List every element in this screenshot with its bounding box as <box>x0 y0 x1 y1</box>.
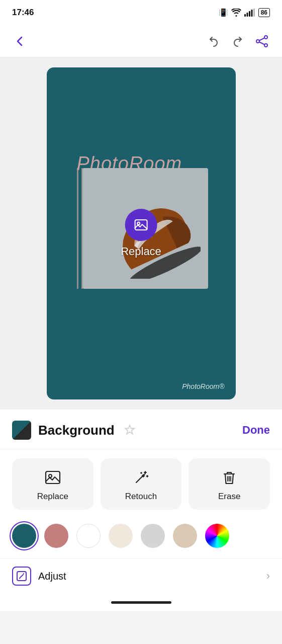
decorative-lines <box>77 168 83 289</box>
top-navigation <box>0 25 282 57</box>
undo-button[interactable] <box>204 31 224 51</box>
bottom-panel: Background Done Replace <box>0 410 282 594</box>
background-title: Background <box>38 423 115 438</box>
wifi-icon <box>231 9 241 17</box>
color-swatch-cream[interactable] <box>109 524 133 548</box>
retouch-button[interactable]: Retouch <box>101 458 182 510</box>
replace-button[interactable]: Replace <box>12 458 93 510</box>
svg-rect-3 <box>251 10 252 17</box>
erase-button-label: Erase <box>218 492 240 502</box>
color-swatch-light-gray[interactable] <box>141 524 165 548</box>
svg-rect-13 <box>46 471 60 484</box>
svg-point-5 <box>264 36 267 39</box>
bg-header-left: Background <box>12 421 138 440</box>
vibrate-icon: 📳 <box>219 8 228 17</box>
adjust-icon <box>12 567 31 586</box>
retouch-icon <box>132 468 150 487</box>
adjust-label: Adjust <box>38 571 66 582</box>
status-bar: 17:46 📳 86 <box>0 0 282 25</box>
action-buttons-row: Replace Retouch <box>0 449 282 519</box>
home-indicator <box>0 594 282 611</box>
favorite-button[interactable] <box>122 422 138 438</box>
retouch-button-label: Retouch <box>125 492 157 502</box>
color-swatch-white[interactable] <box>76 524 101 548</box>
replace-circle-icon <box>125 209 157 241</box>
replace-label: Replace <box>121 245 161 258</box>
redo-button[interactable] <box>228 31 248 51</box>
svg-point-14 <box>49 474 52 477</box>
svg-rect-1 <box>246 13 248 17</box>
svg-point-6 <box>264 44 267 47</box>
nav-right-actions <box>204 31 272 51</box>
signal-icon <box>244 9 255 17</box>
chevron-right-icon: › <box>266 570 270 583</box>
share-button[interactable] <box>252 31 272 51</box>
color-swatch-dusty-rose[interactable] <box>44 524 68 548</box>
replace-button-label: Replace <box>37 492 68 502</box>
svg-point-7 <box>256 40 259 43</box>
replace-icon <box>44 468 62 487</box>
replace-overlay[interactable]: Replace <box>121 209 161 258</box>
status-icons: 📳 86 <box>219 8 270 17</box>
canvas-card: PhotoRoom <box>47 67 236 399</box>
adjust-left: Adjust <box>12 567 66 586</box>
svg-rect-0 <box>244 14 246 17</box>
back-button[interactable] <box>10 31 30 51</box>
status-time: 17:46 <box>12 8 34 18</box>
home-bar <box>111 601 171 604</box>
canvas-area: PhotoRoom <box>0 57 282 410</box>
color-swatches-row <box>0 519 282 558</box>
color-swatch-warm-beige[interactable] <box>173 524 197 548</box>
adjust-row[interactable]: Adjust › <box>0 558 282 594</box>
erase-icon <box>220 468 238 487</box>
background-header: Background Done <box>0 410 282 449</box>
svg-line-8 <box>259 38 264 40</box>
bg-color-swatch <box>12 421 31 440</box>
color-wheel-button[interactable] <box>205 524 229 548</box>
color-swatch-dark-teal[interactable] <box>12 524 36 548</box>
svg-rect-2 <box>249 11 250 17</box>
svg-rect-4 <box>253 9 255 17</box>
battery-indicator: 86 <box>258 8 270 17</box>
svg-line-9 <box>259 42 264 44</box>
done-button[interactable]: Done <box>242 424 270 437</box>
erase-button[interactable]: Erase <box>189 458 270 510</box>
watermark-bottom: PhotoRoom® <box>182 382 224 390</box>
svg-point-12 <box>137 222 140 225</box>
